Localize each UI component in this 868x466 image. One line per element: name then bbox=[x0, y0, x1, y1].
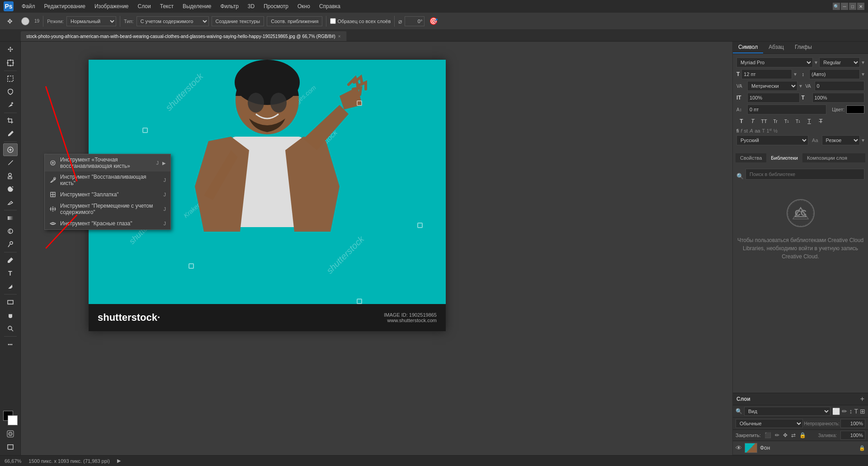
layer-background[interactable]: 👁 Фон 🔒 bbox=[733, 441, 868, 455]
font-family-select[interactable]: Myriad Pro bbox=[736, 57, 813, 67]
st-ligature[interactable]: st bbox=[744, 128, 748, 133]
font-style-dropdown-icon[interactable]: ▾ bbox=[862, 59, 864, 66]
tool-zoom[interactable] bbox=[3, 322, 18, 335]
layers-filter-icon-5[interactable]: ⊞ bbox=[860, 408, 865, 415]
tool-move[interactable] bbox=[3, 43, 18, 56]
language-select[interactable]: Русский bbox=[736, 135, 808, 145]
italic-f-icon[interactable]: f bbox=[741, 128, 742, 133]
tool-stamp[interactable] bbox=[3, 170, 18, 182]
tool-more[interactable]: ••• bbox=[3, 338, 18, 351]
leading-dropdown[interactable]: ▾ bbox=[862, 71, 864, 77]
pressure-btn[interactable]: 🎯 bbox=[427, 15, 440, 28]
menu-help[interactable]: Справка bbox=[316, 2, 344, 10]
mode-select[interactable]: Нормальный bbox=[66, 16, 116, 26]
tool-lasso[interactable] bbox=[3, 86, 18, 98]
document-tab[interactable]: stock-photo-young-african-american-man-w… bbox=[21, 31, 347, 41]
cm-spot-heal[interactable]: Инструмент «Точечная восстанавливающая к… bbox=[45, 154, 170, 171]
superscript-1[interactable]: 1st bbox=[767, 128, 772, 133]
tab-layer-comps[interactable]: Композиции слоя bbox=[802, 153, 852, 162]
lock-move-icon[interactable]: ⇄ bbox=[791, 432, 796, 438]
menu-filter[interactable]: Фильтр bbox=[217, 2, 242, 10]
uppercase-btn[interactable]: TT bbox=[759, 116, 769, 126]
superscript-btn[interactable]: T1 bbox=[782, 116, 792, 126]
cm-patch[interactable]: Инструмент "Заплатка" J bbox=[45, 189, 170, 200]
all-layers-checkbox-label[interactable]: Образец со всех слоёв bbox=[330, 18, 391, 24]
layers-add-btn[interactable]: + bbox=[860, 395, 864, 403]
fraction[interactable]: ½ bbox=[774, 128, 778, 133]
layers-filter-select[interactable]: Вид bbox=[744, 407, 830, 416]
menu-file[interactable]: Файл bbox=[18, 2, 39, 10]
lock-artboard-icon[interactable]: ✥ bbox=[783, 432, 788, 438]
kerning-dropdown[interactable]: ▾ bbox=[799, 83, 802, 89]
strikethrough-btn[interactable]: T̶ bbox=[816, 116, 826, 126]
tool-text[interactable]: T bbox=[3, 267, 18, 280]
menu-view[interactable]: Просмотр bbox=[260, 2, 292, 10]
tool-rect-shape[interactable] bbox=[3, 296, 18, 309]
background-color[interactable] bbox=[8, 415, 18, 425]
menu-layers[interactable]: Слои bbox=[134, 2, 155, 10]
layers-filter-icon-1[interactable]: ⬜ bbox=[832, 408, 840, 415]
menu-image[interactable]: Изображение bbox=[91, 2, 132, 10]
menu-edit[interactable]: Редактирование bbox=[41, 2, 89, 10]
layer-visibility-icon[interactable]: 👁 bbox=[736, 444, 742, 452]
underline-btn[interactable]: T bbox=[804, 116, 814, 126]
small-caps-btn[interactable]: Tr bbox=[770, 116, 780, 126]
screen-mode-btn[interactable] bbox=[3, 441, 18, 453]
tool-artboard[interactable] bbox=[3, 57, 18, 69]
kerning-select[interactable]: Метрически bbox=[747, 81, 797, 91]
tab-character[interactable]: Символ bbox=[733, 42, 763, 53]
tab-properties[interactable]: Свойства bbox=[736, 153, 766, 162]
italic-a-icon[interactable]: A bbox=[750, 128, 753, 133]
tool-brush[interactable] bbox=[3, 157, 18, 169]
texture-btn[interactable]: Создание текстуры bbox=[212, 16, 264, 26]
tool-history[interactable] bbox=[3, 183, 18, 195]
tool-hand[interactable] bbox=[3, 309, 18, 322]
menu-text[interactable]: Текст bbox=[156, 2, 177, 10]
lib-search-input[interactable] bbox=[745, 169, 864, 180]
tab-close-btn[interactable]: × bbox=[338, 34, 341, 39]
tool-spot-heal[interactable] bbox=[3, 143, 18, 156]
tab-paragraph[interactable]: Абзац bbox=[763, 42, 789, 53]
t-icon-small[interactable]: T bbox=[762, 128, 765, 133]
tool-eraser[interactable] bbox=[3, 196, 18, 209]
color-swatch[interactable] bbox=[846, 105, 864, 114]
tool-dodge[interactable] bbox=[3, 238, 18, 251]
font-family-dropdown-icon[interactable]: ▾ bbox=[815, 59, 817, 66]
search-btn[interactable]: 🔍 bbox=[833, 3, 840, 10]
lock-transparent-icon[interactable]: ⬛ bbox=[764, 432, 771, 438]
brush-selector-btn[interactable] bbox=[19, 15, 32, 28]
close-btn[interactable]: ✕ bbox=[857, 3, 864, 10]
size-dropdown[interactable]: ▾ bbox=[794, 71, 797, 77]
tool-eyedropper[interactable] bbox=[3, 128, 18, 140]
cm-heal[interactable]: Инструмент "Восстанавливающая кисть" J bbox=[45, 171, 170, 189]
tracking-input[interactable] bbox=[815, 81, 865, 91]
tool-gradient[interactable] bbox=[3, 212, 18, 224]
scale-h-input[interactable] bbox=[747, 93, 800, 103]
layers-filter-icon-3[interactable]: ↕ bbox=[849, 408, 852, 415]
italic-btn[interactable]: T bbox=[748, 116, 758, 126]
quick-mask-btn[interactable] bbox=[3, 428, 18, 440]
aa-dropdown[interactable]: ▾ bbox=[862, 137, 864, 143]
fill-input[interactable] bbox=[840, 431, 865, 440]
approx-btn[interactable]: Соотв. приближения bbox=[267, 16, 322, 26]
cm-red-eye[interactable]: Инструмент "Красные глаза" J bbox=[45, 218, 170, 229]
scale-v-input[interactable] bbox=[812, 93, 865, 103]
tool-blur[interactable] bbox=[3, 225, 18, 238]
layers-filter-icon-4[interactable]: T bbox=[854, 408, 858, 415]
aa-select[interactable]: Резкое bbox=[822, 135, 860, 145]
font-style-select[interactable]: Regular bbox=[819, 57, 860, 67]
all-layers-checkbox[interactable] bbox=[330, 18, 336, 24]
baseline-input[interactable] bbox=[747, 105, 826, 114]
type-select[interactable]: С учетом содержимого bbox=[137, 16, 209, 26]
canvas-area[interactable]: Инструмент «Точечная восстанавливающая к… bbox=[21, 42, 732, 455]
font-size-input[interactable] bbox=[741, 69, 792, 79]
cm-content-move[interactable]: Инструмент "Перемещение с учетом содержи… bbox=[45, 200, 170, 218]
aa-icon[interactable]: aa bbox=[755, 128, 760, 133]
tool-path-select[interactable] bbox=[3, 280, 18, 293]
angle-input[interactable] bbox=[405, 16, 425, 26]
lock-paint-icon[interactable]: ✏ bbox=[775, 432, 779, 438]
maximize-btn[interactable]: □ bbox=[849, 3, 856, 10]
tool-magic-wand[interactable] bbox=[3, 99, 18, 111]
menu-3d[interactable]: 3D bbox=[244, 2, 258, 10]
blend-mode-select[interactable]: Обычные bbox=[736, 419, 803, 428]
